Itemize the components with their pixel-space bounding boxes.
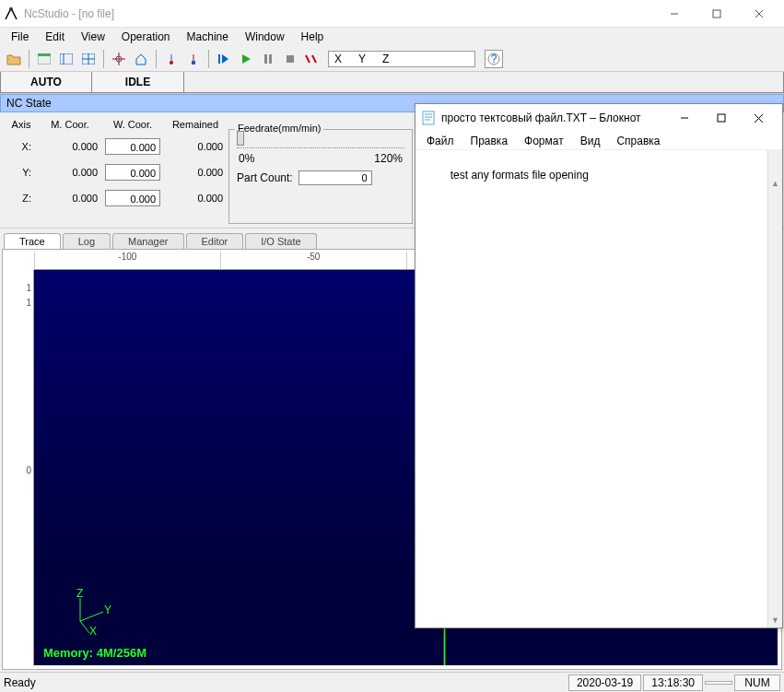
col-mcoor: M. Coor. xyxy=(42,119,98,130)
scroll-down-icon[interactable]: ▼ xyxy=(768,613,782,627)
axis-z-label: Z: xyxy=(7,193,35,204)
tab-iostate[interactable]: I/O State xyxy=(245,233,316,249)
svg-rect-6 xyxy=(38,53,51,56)
menu-operation[interactable]: Operation xyxy=(114,29,178,45)
notepad-maximize-button[interactable] xyxy=(703,105,740,131)
titlebar: NcStudio - [no file] xyxy=(0,0,784,28)
menu-file[interactable]: File xyxy=(4,29,36,45)
help-icon[interactable]: ? xyxy=(485,50,503,68)
menu-view[interactable]: View xyxy=(74,29,112,45)
notepad-textarea[interactable]: test any formats file opening ▲ ▼ xyxy=(415,150,782,627)
coord-z-label: Z xyxy=(382,53,389,65)
menu-window[interactable]: Window xyxy=(238,29,292,45)
svg-line-26 xyxy=(312,55,316,63)
minimize-button[interactable] xyxy=(653,0,696,28)
axis-x-m: 0.000 xyxy=(42,141,98,152)
memory-status: Memory: 4M/256M xyxy=(43,646,146,660)
notepad-titlebar[interactable]: просто тектсовый файл.TXT – Блокнот xyxy=(415,104,782,132)
panel-icon[interactable] xyxy=(56,49,76,69)
ruler-h-tick: -100 xyxy=(34,252,220,269)
svg-text:?: ? xyxy=(491,53,497,65)
app-icon xyxy=(4,6,18,21)
np-menu-help[interactable]: Справка xyxy=(609,133,667,149)
ruler-v-tick: 1 xyxy=(26,283,31,293)
pause-icon[interactable] xyxy=(258,49,278,69)
axis-z-r: 0.000 xyxy=(168,193,223,204)
feed-scale-hi: 120% xyxy=(374,152,403,165)
axis-x-label: X: xyxy=(7,141,35,152)
notepad-window[interactable]: просто тектсовый файл.TXT – Блокнот Файл… xyxy=(415,103,783,628)
reset-icon[interactable] xyxy=(302,49,322,69)
menu-edit[interactable]: Edit xyxy=(38,29,72,45)
axis-y-m: 0.000 xyxy=(42,167,98,178)
axis-x-w[interactable]: 0.000 xyxy=(105,138,160,155)
step-icon[interactable] xyxy=(214,49,234,69)
axis-y-letter: Y xyxy=(104,604,111,616)
ruler-v-tick: 0 xyxy=(26,465,31,475)
menu-machine[interactable]: Machine xyxy=(180,29,236,45)
svg-rect-24 xyxy=(287,55,294,63)
status-time: 13:18:30 xyxy=(643,674,703,691)
notepad-title: просто тектсовый файл.TXT – Блокнот xyxy=(441,111,666,124)
col-wcoor: W. Coor. xyxy=(105,119,160,130)
axis-x-r: 0.000 xyxy=(168,141,223,152)
grid-icon[interactable] xyxy=(78,49,99,69)
window-icon[interactable] xyxy=(34,49,54,69)
notepad-close-button[interactable] xyxy=(740,105,777,131)
svg-rect-23 xyxy=(269,54,272,64)
axis-y-label: Y: xyxy=(7,167,35,178)
np-menu-view[interactable]: Вид xyxy=(573,133,608,149)
axis-z-m: 0.000 xyxy=(42,193,98,204)
coord-x-label: X xyxy=(334,53,342,65)
menu-bar: File Edit View Operation Machine Window … xyxy=(0,28,784,46)
feed-scale-lo: 0% xyxy=(239,152,254,165)
play-icon[interactable] xyxy=(236,49,256,69)
tab-trace[interactable]: Trace xyxy=(4,233,61,249)
svg-rect-39 xyxy=(718,114,725,122)
np-menu-edit[interactable]: Правка xyxy=(463,133,516,149)
feedrate-slider[interactable] xyxy=(237,134,404,148)
maximize-button[interactable] xyxy=(696,0,738,28)
np-menu-file[interactable]: Файл xyxy=(419,133,462,149)
part-count-input[interactable] xyxy=(298,170,372,185)
ruler-vertical: 1 1 0 xyxy=(16,270,34,665)
svg-line-33 xyxy=(80,621,89,633)
svg-marker-21 xyxy=(242,54,251,64)
state-run: IDLE xyxy=(92,72,184,93)
axis-y-w[interactable]: 0.000 xyxy=(105,164,160,181)
svg-rect-34 xyxy=(423,111,434,124)
ruler-h-tick: -50 xyxy=(220,252,406,269)
zero-xy-icon[interactable] xyxy=(161,49,181,69)
open-icon[interactable] xyxy=(4,49,24,69)
notepad-scrollbar[interactable]: ▲ ▼ xyxy=(767,150,782,627)
status-ready: Ready xyxy=(4,676,567,689)
notepad-menu: Файл Правка Формат Вид Справка xyxy=(415,132,782,150)
svg-rect-17 xyxy=(192,61,195,65)
svg-rect-7 xyxy=(60,53,73,65)
tab-manager[interactable]: Manager xyxy=(112,233,183,249)
home-icon[interactable] xyxy=(131,49,151,69)
axis-indicator: Z Y X xyxy=(71,589,117,638)
axis-y-r: 0.000 xyxy=(168,167,223,178)
feedrate-legend: Feedrate(mm/min) xyxy=(235,123,323,134)
np-menu-format[interactable]: Формат xyxy=(517,133,571,149)
tab-log[interactable]: Log xyxy=(63,233,111,249)
part-count-label: Part Count: xyxy=(237,171,293,184)
status-blank xyxy=(705,681,732,685)
stop-icon[interactable] xyxy=(280,49,300,69)
zero-z-icon[interactable] xyxy=(183,49,204,69)
scroll-up-icon[interactable]: ▲ xyxy=(768,176,782,191)
status-bar: Ready 2020-03-19 13:18:30 NUM xyxy=(0,672,784,692)
state-row: AUTO IDLE xyxy=(0,72,784,94)
notepad-minimize-button[interactable] xyxy=(666,105,703,131)
axis-z-w[interactable]: 0.000 xyxy=(105,190,160,206)
tab-editor[interactable]: Editor xyxy=(186,233,244,249)
axis-z-letter: Z xyxy=(76,589,83,600)
close-button[interactable] xyxy=(738,0,780,28)
toolbar: X Y Z ? xyxy=(0,46,784,72)
notepad-icon xyxy=(421,111,436,125)
origin-icon[interactable] xyxy=(109,49,129,69)
window-title: NcStudio - [no file] xyxy=(24,7,653,20)
status-date: 2020-03-19 xyxy=(568,674,641,691)
menu-help[interactable]: Help xyxy=(294,29,332,45)
